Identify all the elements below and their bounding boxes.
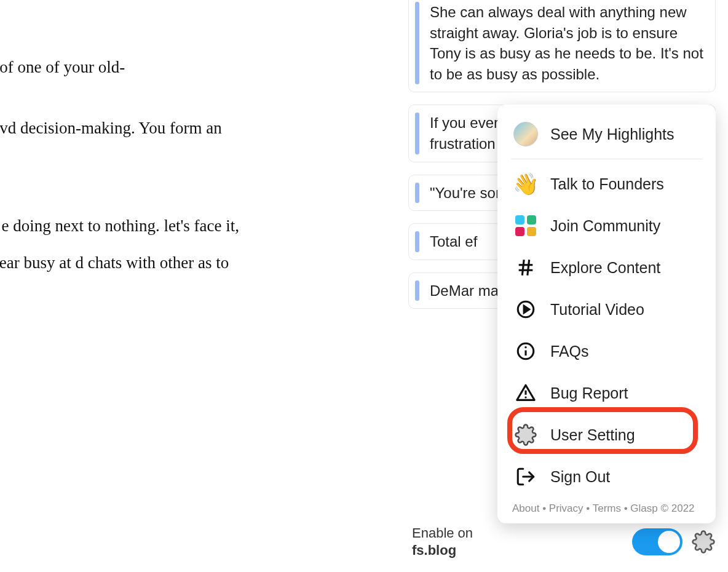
footer-link-terms[interactable]: Terms — [593, 502, 621, 514]
gear-icon — [513, 423, 538, 447]
menu-item-tutorial-video[interactable]: Tutorial Video — [497, 288, 716, 330]
menu-item-label: Bug Report — [550, 384, 628, 402]
enable-site-bar: Enable on fs.blog — [412, 525, 716, 560]
article-paragraph: ined access to a time office of one of y… — [0, 49, 240, 85]
menu-item-join-community[interactable]: Join Community — [497, 205, 716, 247]
enable-toggle[interactable] — [632, 528, 682, 555]
menu-item-talk-founders[interactable]: 👋 Talk to Founders — [497, 163, 716, 205]
svg-point-8 — [524, 346, 526, 348]
menu-item-label: User Setting — [550, 426, 635, 444]
article-paragraph: vation should be enough to vd decision-m… — [0, 110, 240, 183]
menu-item-label: Join Community — [550, 217, 660, 235]
menu-item-label: FAQs — [550, 343, 589, 360]
menu-item-label: See My Highlights — [550, 125, 674, 143]
footer-copyright: Glasp © 2022 — [630, 502, 694, 514]
menu-item-faqs[interactable]: FAQs — [497, 330, 716, 372]
menu-item-sign-out[interactable]: Sign Out — [497, 456, 716, 498]
warning-triangle-icon — [513, 381, 538, 405]
article-paragraph: prised to find it's far from a e doing n… — [0, 208, 240, 317]
menu-item-label: Tutorial Video — [550, 301, 644, 319]
play-circle-icon — [513, 297, 538, 322]
highlight-text: She can always deal with anything new st… — [421, 2, 705, 84]
sign-out-icon — [513, 464, 538, 489]
menu-item-highlights[interactable]: See My Highlights — [497, 113, 716, 155]
svg-marker-5 — [524, 306, 529, 312]
enable-domain: fs.blog — [412, 542, 473, 560]
menu-divider — [511, 159, 702, 159]
avatar — [513, 122, 538, 146]
gear-icon — [692, 530, 715, 554]
account-menu-popup: See My Highlights 👋 Talk to Founders Joi… — [497, 105, 716, 523]
footer-link-about[interactable]: About — [512, 502, 539, 514]
svg-line-3 — [528, 260, 529, 276]
info-circle-icon — [513, 339, 538, 363]
svg-line-2 — [522, 260, 524, 276]
menu-item-bug-report[interactable]: Bug Report — [497, 372, 716, 414]
menu-footer: About • Privacy • Terms • Glasp © 2022 — [497, 498, 716, 517]
menu-item-explore-content[interactable]: Explore Content — [497, 247, 716, 288]
menu-item-user-setting[interactable]: User Setting — [497, 414, 716, 456]
enable-site-text: Enable on fs.blog — [412, 525, 473, 560]
highlight-card[interactable]: She can always deal with anything new st… — [408, 0, 716, 92]
menu-item-label: Talk to Founders — [550, 175, 664, 193]
slack-icon — [513, 213, 538, 238]
menu-item-label: Sign Out — [550, 468, 610, 486]
footer-link-privacy[interactable]: Privacy — [549, 502, 584, 514]
menu-item-label: Explore Content — [550, 259, 660, 277]
article-body: ined access to a time office of one of y… — [0, 49, 240, 342]
hashtag-icon — [513, 255, 538, 280]
wave-icon: 👋 — [513, 172, 538, 196]
enable-label: Enable on — [412, 525, 473, 542]
svg-point-10 — [524, 396, 526, 398]
settings-gear-button[interactable] — [691, 530, 716, 554]
